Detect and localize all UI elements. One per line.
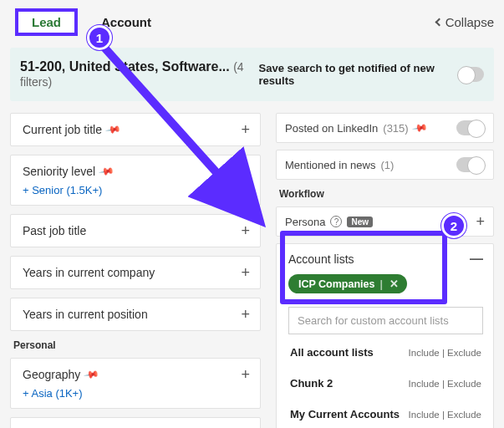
expand-icon: + bbox=[241, 307, 250, 322]
filter-label: Past job title bbox=[23, 224, 86, 237]
filter-label: Current job title bbox=[23, 123, 102, 136]
filter-account-lists: Account lists — ICP Companies | ✕ Search… bbox=[276, 243, 494, 428]
expand-icon: + bbox=[241, 164, 250, 179]
expand-icon: + bbox=[241, 265, 250, 280]
new-badge: New bbox=[347, 217, 373, 227]
pin-icon: 📌 bbox=[67, 425, 84, 428]
section-personal: Personal bbox=[13, 339, 261, 351]
account-list-chip[interactable]: ICP Companies | ✕ bbox=[288, 274, 407, 293]
save-search-label: Save search to get notified of new resul… bbox=[259, 62, 452, 87]
filter-summary-bar: 51-200, United States, Software... (4 fi… bbox=[10, 48, 494, 101]
pin-icon: 📌 bbox=[411, 120, 428, 136]
posted-toggle[interactable] bbox=[456, 120, 485, 135]
filter-persona[interactable]: Persona ? New + bbox=[276, 206, 494, 237]
chip-label: ICP Companies bbox=[298, 278, 374, 290]
filter-label: Years in current position bbox=[23, 308, 148, 321]
filter-geography[interactable]: Geography 📌 + + Asia (1K+) bbox=[10, 358, 261, 409]
exclude-button[interactable]: Exclude bbox=[447, 379, 481, 389]
list-name: Chunk 2 bbox=[290, 377, 333, 390]
exclude-button[interactable]: Exclude bbox=[447, 410, 481, 420]
geography-chip[interactable]: + Asia (1K+) bbox=[23, 387, 250, 400]
expand-icon: + bbox=[241, 122, 250, 137]
expand-icon: + bbox=[241, 367, 250, 382]
filter-industry[interactable]: Industry 📌 bbox=[10, 417, 261, 428]
list-item[interactable]: My Current Accounts Include | Exclude bbox=[288, 401, 483, 427]
list-name: All account lists bbox=[290, 346, 374, 359]
collapse-icon[interactable]: — bbox=[470, 252, 483, 266]
list-item[interactable]: All account lists Include | Exclude bbox=[288, 339, 483, 365]
filter-count: (1) bbox=[380, 159, 394, 171]
filter-label: Geography bbox=[23, 368, 80, 381]
collapse-label: Collapse bbox=[445, 15, 494, 29]
filter-mentioned-news[interactable]: Mentioned in news (1) bbox=[276, 150, 494, 180]
account-list-search[interactable]: Search for custom account lists bbox=[288, 307, 483, 334]
close-icon[interactable]: ✕ bbox=[389, 278, 399, 290]
filter-years-company[interactable]: Years in current company + bbox=[10, 256, 261, 289]
filter-seniority-level[interactable]: Seniority level 📌 + + Senior (1.5K+) bbox=[10, 155, 261, 206]
section-workflow: Workflow bbox=[279, 188, 494, 200]
mentioned-toggle[interactable] bbox=[456, 157, 485, 172]
list-name: My Current Accounts bbox=[290, 408, 400, 420]
filter-label: Mentioned in news bbox=[285, 159, 375, 171]
expand-icon: + bbox=[241, 223, 250, 238]
tab-account[interactable]: Account bbox=[101, 15, 151, 29]
save-search-toggle[interactable] bbox=[458, 67, 484, 82]
pin-icon: 📌 bbox=[98, 163, 115, 180]
list-item[interactable]: Chunk 2 Include | Exclude bbox=[288, 370, 483, 396]
seniority-chip[interactable]: + Senior (1.5K+) bbox=[23, 184, 250, 196]
help-icon[interactable]: ? bbox=[330, 216, 342, 227]
exclude-button[interactable]: Exclude bbox=[447, 348, 481, 358]
filter-past-job-title[interactable]: Past job title + bbox=[10, 214, 261, 247]
filter-summary-text: 51-200, United States, Software... bbox=[20, 59, 230, 74]
filter-label: Posted on LinkedIn bbox=[285, 122, 378, 135]
filter-label: Account lists bbox=[288, 252, 354, 266]
include-button[interactable]: Include bbox=[409, 379, 440, 389]
filter-current-job-title[interactable]: Current job title 📌 + bbox=[10, 113, 261, 146]
chip-divider: | bbox=[379, 278, 383, 290]
filter-years-position[interactable]: Years in current position + bbox=[10, 298, 261, 331]
filter-count: (315) bbox=[383, 122, 408, 135]
include-button[interactable]: Include bbox=[409, 410, 440, 420]
chevron-left-icon bbox=[435, 18, 443, 27]
collapse-button[interactable]: Collapse bbox=[436, 15, 494, 29]
filter-label: Seniority level bbox=[23, 165, 95, 178]
filter-label: Persona bbox=[285, 216, 325, 228]
include-button[interactable]: Include bbox=[409, 348, 440, 358]
pin-icon: 📌 bbox=[84, 366, 100, 383]
tab-lead[interactable]: Lead bbox=[15, 8, 78, 36]
expand-icon: + bbox=[476, 214, 485, 229]
filter-posted-linkedin[interactable]: Posted on LinkedIn (315) 📌 bbox=[276, 113, 494, 143]
pin-icon: 📌 bbox=[104, 121, 121, 138]
filter-label: Years in current company bbox=[23, 266, 155, 279]
